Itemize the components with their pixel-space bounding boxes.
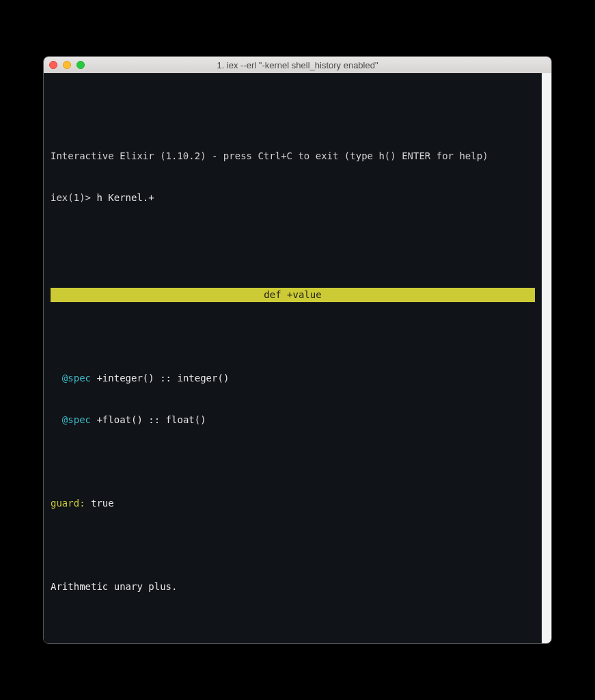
prompt-line-1: iex(1)> h Kernel.+ xyxy=(51,191,535,204)
minimize-icon[interactable] xyxy=(63,61,71,69)
prompt-command: h Kernel.+ xyxy=(96,192,154,203)
titlebar: 1. iex --erl "-kernel shell_history enab… xyxy=(44,57,551,73)
desc-line: Arithmetic unary plus. xyxy=(51,580,535,593)
spec-line: @spec +float() :: float() xyxy=(51,413,535,427)
terminal-output[interactable]: Interactive Elixir (1.10.2) - press Ctrl… xyxy=(44,73,542,644)
def-header-1: def +value xyxy=(51,288,535,301)
window-title: 1. iex --erl "-kernel shell_history enab… xyxy=(44,60,551,70)
terminal-area[interactable]: Interactive Elixir (1.10.2) - press Ctrl… xyxy=(44,73,551,644)
spec-line: @spec +integer() :: integer() xyxy=(51,371,535,385)
intro-line: Interactive Elixir (1.10.2) - press Ctrl… xyxy=(51,149,535,163)
guard-line: guard: true xyxy=(51,496,535,510)
close-icon[interactable] xyxy=(49,61,57,69)
zoom-icon[interactable] xyxy=(77,61,85,69)
scrollbar[interactable] xyxy=(542,73,551,644)
traffic-lights xyxy=(49,61,85,69)
prompt-prefix: iex(1)> xyxy=(51,192,96,203)
terminal-window: 1. iex --erl "-kernel shell_history enab… xyxy=(43,56,552,644)
